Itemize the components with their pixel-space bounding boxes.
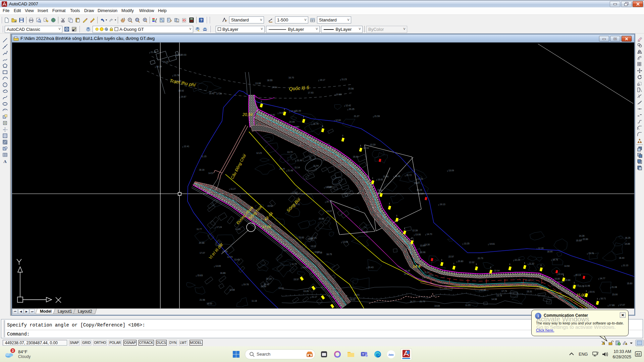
svg-text:23.00: 23.00: [612, 293, 618, 296]
svg-text:20.13: 20.13: [575, 274, 581, 276]
svg-text:17.38: 17.38: [317, 251, 322, 254]
svg-text:EZ: EZ: [636, 353, 640, 356]
svg-text:14.4: 14.4: [413, 264, 421, 269]
svg-text:17.24: 17.24: [216, 226, 222, 228]
svg-text:11.18: 11.18: [252, 300, 257, 302]
svg-text:22.04: 22.04: [494, 269, 500, 272]
svg-text:13.65: 13.65: [215, 265, 221, 267]
svg-text:22.29: 22.29: [515, 259, 520, 261]
svg-text:12.29: 12.29: [256, 152, 262, 154]
svg-text:11.51: 11.51: [424, 271, 430, 274]
svg-text:13.09: 13.09: [448, 169, 454, 172]
svg-text:16.99: 16.99: [261, 285, 266, 288]
svg-text:20.05: 20.05: [289, 121, 295, 123]
svg-text:20.25: 20.25: [349, 108, 355, 110]
svg-text:13.78: 13.78: [174, 74, 179, 76]
svg-text:3: 3: [12, 349, 14, 352]
svg-text:15.88: 15.88: [327, 186, 333, 188]
svg-text:21.59: 21.59: [374, 115, 380, 117]
svg-text:13.26: 13.26: [303, 290, 309, 292]
svg-text:!: !: [604, 342, 605, 345]
svg-text:14.15: 14.15: [163, 61, 169, 63]
svg-text:13.45: 13.45: [234, 258, 240, 261]
svg-text:14.85: 14.85: [625, 243, 630, 245]
svg-text:20.86: 20.86: [319, 218, 324, 220]
svg-text:11.70: 11.70: [291, 263, 297, 265]
svg-text:14.31: 14.31: [235, 228, 241, 230]
svg-text:17.16: 17.16: [342, 241, 348, 243]
svg-text:22.44: 22.44: [558, 273, 564, 275]
svg-text:16.26: 16.26: [417, 189, 422, 191]
svg-text:22.57: 22.57: [448, 255, 454, 258]
svg-text:11.13: 11.13: [623, 264, 628, 266]
svg-text:16.80: 16.80: [554, 278, 560, 280]
svg-text:11.94: 11.94: [313, 165, 319, 167]
svg-text:16.75: 16.75: [313, 123, 319, 125]
svg-text:17.52: 17.52: [292, 191, 298, 194]
svg-text:19.69: 19.69: [434, 305, 440, 307]
svg-text:13.89: 13.89: [420, 244, 426, 247]
svg-text:11.14: 11.14: [294, 166, 300, 169]
svg-text:14.57: 14.57: [208, 172, 214, 174]
svg-text:14.77: 14.77: [410, 300, 416, 303]
svg-text:11.77: 11.77: [197, 228, 202, 230]
svg-text:14.61: 14.61: [489, 243, 495, 245]
svg-text:19.87: 19.87: [181, 96, 186, 98]
svg-text:12.41: 12.41: [184, 145, 190, 147]
svg-text:12.83: 12.83: [299, 236, 304, 239]
svg-text:18.44: 18.44: [619, 257, 625, 259]
svg-text:15.55: 15.55: [576, 239, 582, 242]
svg-text:17.06: 17.06: [262, 225, 271, 229]
svg-text:?: ?: [200, 18, 203, 22]
svg-text:18.16: 18.16: [199, 169, 205, 171]
svg-text:21.99: 21.99: [296, 110, 301, 112]
svg-text:17.07: 17.07: [200, 252, 205, 254]
svg-text:11.27: 11.27: [230, 188, 236, 190]
svg-text:11.68: 11.68: [229, 289, 235, 291]
svg-text:15.80: 15.80: [627, 282, 633, 285]
svg-text:19.13: 19.13: [440, 203, 445, 205]
svg-text:21.17: 21.17: [312, 296, 317, 298]
svg-text:12.04: 12.04: [363, 147, 369, 149]
svg-text:12.42: 12.42: [345, 104, 351, 107]
svg-text:T: T: [362, 353, 364, 356]
svg-text:13.96: 13.96: [420, 251, 426, 253]
svg-text:21.90: 21.90: [297, 159, 303, 162]
svg-text:!: !: [626, 343, 627, 346]
svg-text:14.70: 14.70: [427, 233, 432, 235]
svg-text:16.86: 16.86: [220, 272, 226, 274]
svg-text:20.43: 20.43: [368, 266, 374, 268]
svg-text:17.93: 17.93: [308, 92, 314, 94]
svg-text:15.00: 15.00: [576, 293, 586, 297]
svg-text:18.90: 18.90: [547, 250, 553, 253]
svg-text:22.89: 22.89: [583, 238, 588, 240]
svg-text:13.70: 13.70: [287, 151, 293, 153]
svg-text:15.52: 15.52: [267, 205, 273, 207]
svg-text:11.32: 11.32: [529, 262, 534, 265]
svg-text:19.88: 19.88: [565, 279, 571, 281]
svg-text:12.39: 12.39: [412, 229, 418, 232]
svg-text:Zalo: Zalo: [388, 353, 394, 356]
svg-text:21.46: 21.46: [151, 51, 156, 53]
svg-text:19.17: 19.17: [320, 79, 325, 81]
svg-text:14.77: 14.77: [600, 277, 605, 280]
svg-text:21.27: 21.27: [354, 115, 360, 117]
svg-text:18.11: 18.11: [428, 274, 434, 276]
svg-text:17.79: 17.79: [501, 290, 507, 292]
svg-text:20.68: 20.68: [199, 242, 205, 244]
svg-text:11.98: 11.98: [585, 285, 590, 287]
svg-text:18.55: 18.55: [267, 79, 273, 81]
svg-text:20.56: 20.56: [348, 87, 354, 90]
svg-text:15.57: 15.57: [293, 278, 299, 281]
svg-text:18.84: 18.84: [558, 295, 564, 297]
svg-text:14.22: 14.22: [326, 210, 332, 212]
svg-text:12.60: 12.60: [335, 119, 341, 121]
svg-text:15.42: 15.42: [209, 92, 215, 95]
svg-text:18.76: 18.76: [552, 258, 558, 261]
svg-text:19.02: 19.02: [350, 298, 356, 301]
svg-text:15.83: 15.83: [197, 274, 203, 277]
svg-text:16.71: 16.71: [600, 297, 606, 300]
svg-text:A: A: [3, 159, 7, 164]
svg-text:14.98: 14.98: [491, 298, 497, 300]
svg-text:16.25: 16.25: [625, 237, 631, 239]
